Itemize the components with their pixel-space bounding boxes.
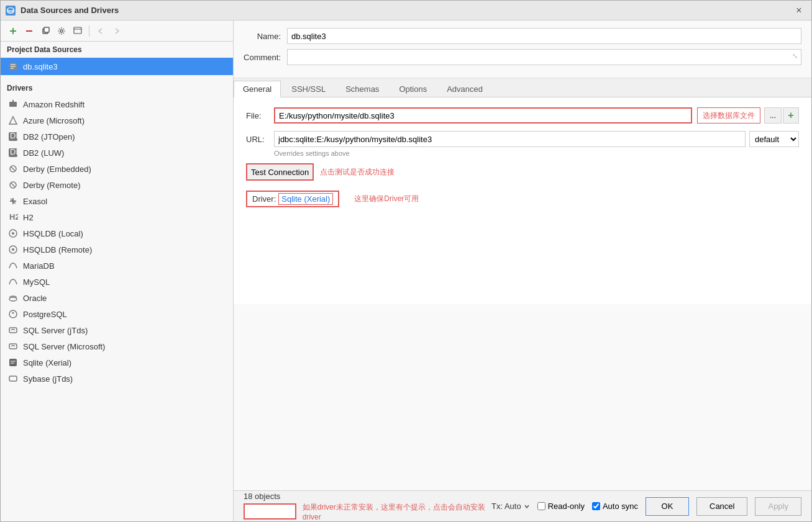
app-icon: [6, 6, 16, 16]
svg-rect-5: [44, 27, 49, 32]
sqlite-xerial-icon: [8, 358, 18, 367]
driver-item-exasol[interactable]: Exasol: [1, 193, 233, 209]
import-button[interactable]: [70, 24, 85, 38]
remove-datasource-button[interactable]: [22, 24, 37, 38]
tx-label: Tx: Auto: [491, 502, 521, 511]
driver-name: HSQLDB (Local): [23, 229, 83, 238]
url-input[interactable]: [274, 131, 746, 147]
driver-item-oracle[interactable]: Oracle: [1, 290, 233, 306]
readonly-label: Read-only: [548, 502, 585, 511]
mysql-icon: [8, 277, 18, 287]
svg-point-0: [7, 7, 14, 11]
db2-jtopen-icon: DB: [8, 132, 18, 142]
svg-rect-31: [9, 328, 17, 333]
svg-marker-12: [9, 117, 17, 124]
driver-item-db2-luw[interactable]: DB DB2 (LUW): [1, 145, 233, 161]
tab-ssh-ssl[interactable]: SSH/SSL: [282, 81, 335, 97]
tx-selector[interactable]: Tx: Auto: [491, 502, 530, 511]
driver-name: MySQL: [23, 277, 50, 287]
datasource-item-dbsqlite3[interactable]: db.sqlite3: [1, 58, 233, 75]
readonly-checkbox[interactable]: [537, 502, 545, 510]
objects-count: 18 objects: [244, 492, 491, 501]
driver-item-mysql[interactable]: MySQL: [1, 274, 233, 290]
tx-chevron-icon: [524, 503, 530, 510]
driver-item-hsqldb-local[interactable]: HSQLDB (Local): [1, 225, 233, 241]
comment-input[interactable]: [287, 49, 801, 65]
postgresql-icon: [8, 309, 18, 319]
dialog-title: Data Sources and Drivers: [21, 6, 791, 15]
driver-item-mariadb[interactable]: MariaDB: [1, 258, 233, 274]
forward-button[interactable]: [109, 24, 124, 38]
tab-schemas[interactable]: Schemas: [336, 81, 388, 97]
svg-text:H2: H2: [9, 212, 18, 222]
duplicate-button[interactable]: [38, 24, 53, 38]
driver-item-azure[interactable]: Azure (Microsoft): [1, 112, 233, 128]
apply-button[interactable]: Apply: [755, 497, 801, 516]
browse-button[interactable]: ...: [764, 107, 782, 124]
toolbar-separator: [89, 25, 89, 37]
driver-item-postgresql[interactable]: PostgreSQL: [1, 306, 233, 322]
tab-general[interactable]: General: [234, 81, 281, 97]
drivers-header: Drivers: [1, 80, 233, 96]
autosync-checkbox[interactable]: [592, 502, 600, 510]
driver-link[interactable]: Sqlite (Xerial): [278, 193, 333, 205]
ok-button[interactable]: OK: [645, 497, 689, 516]
svg-rect-34: [9, 376, 17, 381]
sybase-jtds-icon: [8, 374, 18, 384]
cancel-button[interactable]: Cancel: [696, 497, 747, 516]
driver-name: H2: [23, 213, 34, 222]
driver-item-sqlite-xerial[interactable]: Sqlite (Xerial): [1, 354, 233, 371]
driver-item-hsqldb-remote[interactable]: HSQLDB (Remote): [1, 241, 233, 258]
svg-rect-32: [9, 344, 17, 349]
driver-name: Exasol: [23, 197, 47, 206]
driver-item-sqlserver-ms[interactable]: SQL Server (Microsoft): [1, 338, 233, 354]
test-connection-button[interactable]: Test Connection: [246, 163, 314, 181]
name-label: Name:: [244, 32, 287, 41]
left-panel: Project Data Sources db.sqlite3 Drivers …: [1, 20, 234, 521]
settings-button[interactable]: [54, 24, 69, 38]
add-file-button[interactable]: +: [783, 107, 799, 124]
tab-options[interactable]: Options: [390, 81, 436, 97]
driver-name: SQL Server (jTds): [23, 326, 88, 335]
azure-icon: [8, 115, 18, 125]
driver-name: Sqlite (Xerial): [23, 358, 71, 367]
svg-text:DB: DB: [10, 148, 18, 156]
content-spacer: [234, 304, 811, 491]
add-datasource-button[interactable]: [6, 24, 21, 38]
file-annotation: 选择数据库文件: [697, 107, 760, 124]
svg-point-26: [12, 232, 14, 235]
back-button[interactable]: [93, 24, 108, 38]
bottom-left: 18 objects 如果driver未正常安装，这里有个提示，点击会自动安装d…: [244, 492, 491, 521]
svg-point-30: [9, 310, 17, 318]
tab-advanced[interactable]: Advanced: [437, 81, 492, 97]
driver-info-box: Driver: Sqlite (Xerial): [246, 191, 339, 207]
h2-icon: H2: [8, 212, 18, 222]
file-row: File: 选择数据库文件 ... +: [246, 107, 799, 124]
driver-name: DB2 (JTOpen): [23, 132, 75, 142]
driver-item-db2-jtopen[interactable]: DB DB2 (JTOpen): [1, 128, 233, 145]
driver-item-derby-remote[interactable]: Derby (Remote): [1, 177, 233, 193]
svg-point-28: [12, 248, 14, 251]
bottom-annotation: 如果driver未正常安装，这里有个提示，点击会自动安装driver: [303, 502, 491, 521]
driver-name: MariaDB: [23, 261, 55, 271]
svg-point-6: [60, 30, 63, 32]
driver-item-sqlserver-jtds[interactable]: SQL Server (jTds): [1, 322, 233, 338]
close-button[interactable]: ×: [791, 3, 806, 18]
hsqldb-remote-icon: [8, 245, 18, 254]
driver-item-derby-embedded[interactable]: Derby (Embedded): [1, 161, 233, 177]
file-input[interactable]: [274, 107, 692, 124]
url-select[interactable]: default: [749, 131, 799, 147]
name-row: Name:: [244, 28, 801, 44]
left-toolbar: [1, 20, 233, 42]
driver-item-sybase-jtds[interactable]: Sybase (jTds): [1, 371, 233, 387]
datasource-name: db.sqlite3: [23, 62, 58, 71]
tab-content-general: File: 选择数据库文件 ... + URL: default: [234, 97, 811, 304]
comment-label: Comment:: [244, 53, 287, 62]
autosync-checkbox-row: Auto sync: [592, 502, 638, 511]
overrides-text: Overrides settings above: [274, 150, 799, 157]
name-input[interactable]: [287, 28, 801, 44]
driver-item-amazon-redshift[interactable]: Amazon Redshift: [1, 96, 233, 112]
driver-item-h2[interactable]: H2 H2: [1, 209, 233, 225]
derby-embedded-icon: [8, 164, 18, 174]
svg-line-20: [11, 183, 15, 187]
